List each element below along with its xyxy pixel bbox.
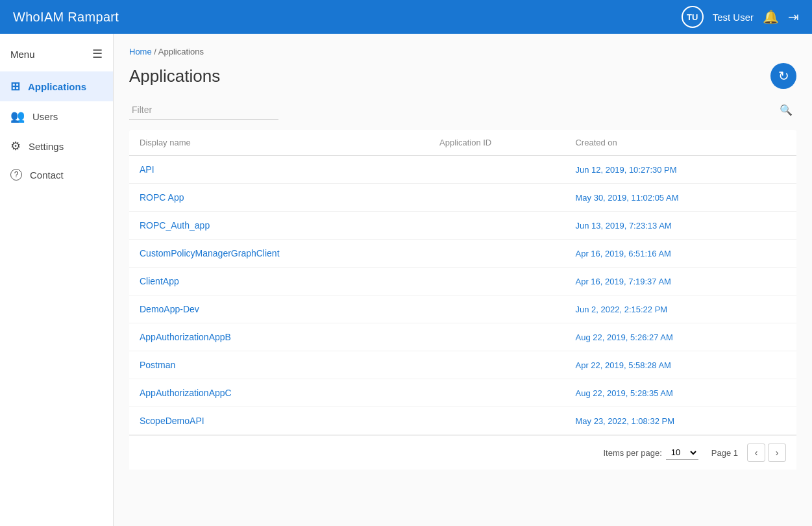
menu-label: Menu [10,49,35,60]
cell-created-on: Aug 22, 2019, 5:28:35 AM [565,379,796,407]
menu-header: Menu ☰ [0,40,113,71]
page-navigation: Page 1 ‹ › [705,444,786,462]
cell-display-name: AppAuthorizationAppC [129,379,429,407]
table-row[interactable]: APIJun 12, 2019, 10:27:30 PM [129,156,796,184]
contact-icon: ? [10,169,22,181]
table-row[interactable]: AppAuthorizationAppBAug 22, 2019, 5:26:2… [129,323,796,351]
cell-display-name: DemoApp-Dev [129,295,429,323]
filter-bar: 🔍 [129,101,796,119]
sidebar-item-users[interactable]: 👥 Users [0,101,113,131]
cell-display-name: AppAuthorizationAppB [129,323,429,351]
cell-created-on: Jun 12, 2019, 10:27:30 PM [565,156,796,184]
main-layout: Menu ☰ ⊞ Applications 👥 Users ⚙ Settings… [0,34,812,526]
sidebar-item-settings[interactable]: ⚙ Settings [0,131,113,161]
col-display-name: Display name [129,130,429,156]
page-number: Page 1 [705,445,744,460]
cell-app-id [429,156,565,184]
cell-app-id [429,268,565,295]
table-row[interactable]: AppAuthorizationAppCAug 22, 2019, 5:28:3… [129,379,796,407]
table-row[interactable]: ScopeDemoAPIMay 23, 2022, 1:08:32 PM [129,407,796,435]
breadcrumb: Home / Applications [129,47,796,56]
table-row[interactable]: PostmanApr 22, 2019, 5:58:28 AM [129,351,796,379]
cell-display-name: API [129,156,429,184]
cell-created-on: May 30, 2019, 11:02:05 AM [565,184,796,212]
breadcrumb-current: Applications [158,47,204,56]
settings-icon: ⚙ [10,139,21,153]
cell-created-on: Jun 2, 2022, 2:15:22 PM [565,295,796,323]
users-icon: 👥 [10,109,25,123]
applications-table: Display name Application ID Created on A… [129,130,796,470]
notification-icon[interactable]: 🔔 [763,9,779,25]
table-header-row: Display name Application ID Created on [129,130,796,156]
cell-display-name: ROPC_Auth_app [129,212,429,240]
sidebar-item-label: Settings [29,141,64,152]
header-right: TU Test User 🔔 ⇥ [682,6,799,28]
cell-app-id [429,212,565,240]
cell-created-on: Apr 16, 2019, 7:19:37 AM [565,268,796,295]
pagination-bar: Items per page: 10 25 50 100 Page 1 ‹ › [129,435,796,470]
applications-icon: ⊞ [10,79,20,94]
refresh-button[interactable]: ↻ [770,63,796,89]
next-page-button[interactable]: › [768,444,786,462]
table-row[interactable]: ClientAppApr 16, 2019, 7:19:37 AM [129,268,796,295]
logout-icon[interactable]: ⇥ [788,9,799,25]
page-title: Applications [129,66,220,86]
table-row[interactable]: DemoApp-DevJun 2, 2022, 2:15:22 PM [129,295,796,323]
sidebar-item-label: Contact [30,169,64,181]
page-header: Applications ↻ [129,63,796,89]
cell-display-name: ScopeDemoAPI [129,407,429,435]
search-icon: 🔍 [780,104,793,116]
avatar: TU [682,6,704,28]
sidebar: Menu ☰ ⊞ Applications 👥 Users ⚙ Settings… [0,34,114,526]
sidebar-item-contact[interactable]: ? Contact [0,161,113,188]
app-title: WhoIAM Rampart [13,10,119,25]
filter-input[interactable] [129,101,278,119]
table-row[interactable]: ROPC AppMay 30, 2019, 11:02:05 AM [129,184,796,212]
menu-toggle-icon[interactable]: ☰ [92,47,103,61]
table-row[interactable]: CustomPolicyManagerGraphClientApr 16, 20… [129,240,796,268]
breadcrumb-home[interactable]: Home [129,47,152,56]
items-per-page: Items per page: 10 25 50 100 [603,445,698,460]
cell-app-id [429,407,565,435]
table-row[interactable]: ROPC_Auth_appJun 13, 2019, 7:23:13 AM [129,212,796,240]
main-content: Home / Applications Applications ↻ 🔍 Dis… [114,34,812,526]
per-page-select[interactable]: 10 25 50 100 [666,445,698,460]
user-name: Test User [713,12,754,23]
cell-created-on: Apr 16, 2019, 6:51:16 AM [565,240,796,268]
refresh-icon: ↻ [778,68,789,84]
cell-display-name: ClientApp [129,268,429,295]
cell-created-on: Aug 22, 2019, 5:26:27 AM [565,323,796,351]
cell-app-id [429,351,565,379]
items-per-page-label: Items per page: [603,448,661,458]
cell-display-name: ROPC App [129,184,429,212]
breadcrumb-separator: / [152,47,158,56]
cell-display-name: CustomPolicyManagerGraphClient [129,240,429,268]
cell-created-on: Apr 22, 2019, 5:58:28 AM [565,351,796,379]
sidebar-item-applications[interactable]: ⊞ Applications [0,71,113,101]
cell-app-id [429,323,565,351]
cell-display-name: Postman [129,351,429,379]
cell-app-id [429,295,565,323]
sidebar-item-label: Users [32,111,58,122]
col-created-on: Created on [565,130,796,156]
app-header: WhoIAM Rampart TU Test User 🔔 ⇥ [0,0,812,34]
cell-app-id [429,379,565,407]
cell-app-id [429,240,565,268]
sidebar-item-label: Applications [28,81,86,92]
col-app-id: Application ID [429,130,565,156]
cell-created-on: May 23, 2022, 1:08:32 PM [565,407,796,435]
prev-page-button[interactable]: ‹ [747,444,765,462]
cell-created-on: Jun 13, 2019, 7:23:13 AM [565,212,796,240]
cell-app-id [429,184,565,212]
